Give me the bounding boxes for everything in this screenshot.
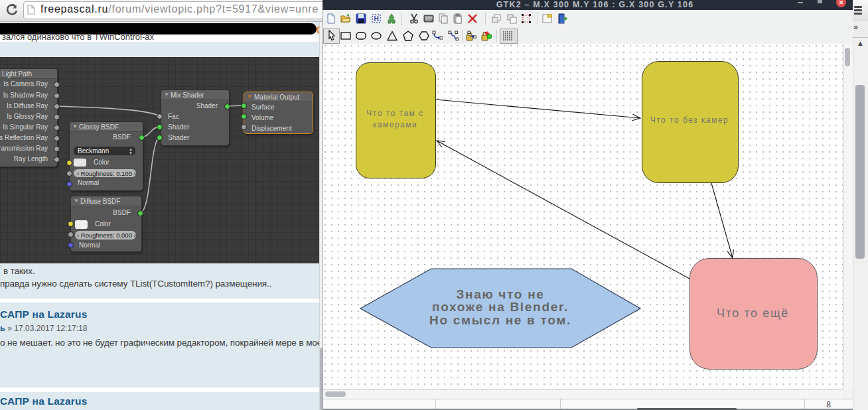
svg-text:H: H <box>374 15 378 23</box>
svg-text:BMP: BMP <box>425 19 432 22</box>
